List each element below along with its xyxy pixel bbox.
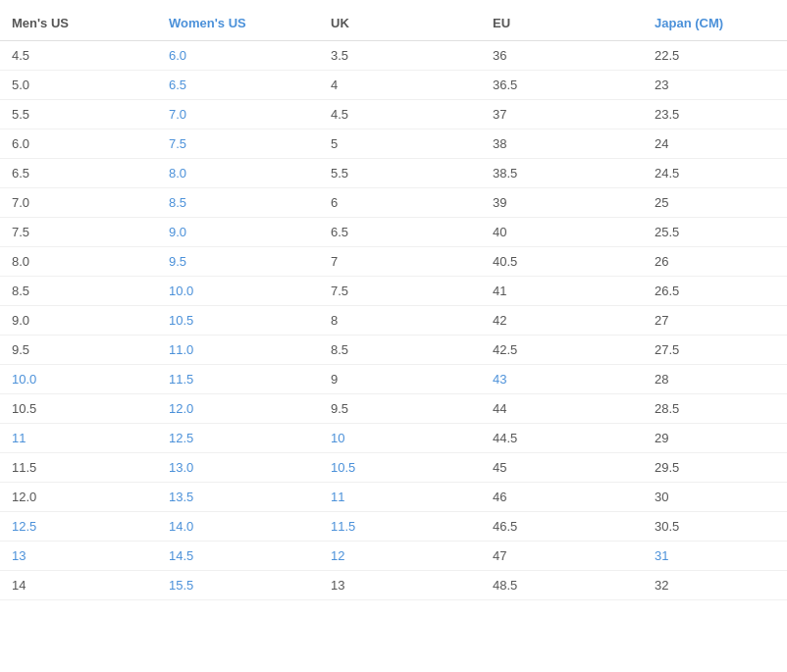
cell-row13-col0: 11 [0,424,157,453]
cell-row15-col0: 12.0 [0,483,157,512]
table-row: 11.513.010.54529.5 [0,453,787,483]
cell-row11-col1: 11.5 [157,365,319,394]
cell-row14-col2: 10.5 [319,453,481,483]
cell-row4-col4: 24.5 [643,159,787,188]
table-row: 7.08.563925 [0,188,787,218]
cell-row17-col1: 14.5 [157,542,319,571]
cell-row14-col3: 45 [481,453,643,483]
cell-row16-col0: 12.5 [0,512,157,542]
cell-row0-col2: 3.5 [319,41,481,71]
cell-row7-col3: 40.5 [481,247,643,277]
cell-row2-col4: 23.5 [643,100,787,129]
cell-row8-col4: 26.5 [643,277,787,306]
cell-row8-col1: 10.0 [157,277,319,306]
cell-row9-col2: 8 [319,306,481,336]
col-header-womens: Women's US [157,8,319,41]
cell-row1-col4: 23 [643,71,787,100]
cell-row11-col2: 9 [319,365,481,394]
cell-row9-col1: 10.5 [157,306,319,336]
cell-row0-col4: 22.5 [643,41,787,71]
cell-row11-col3: 43 [481,365,643,394]
cell-row0-col1: 6.0 [157,41,319,71]
table-row: 5.06.5436.523 [0,71,787,100]
cell-row17-col3: 47 [481,542,643,571]
col-header-uk: UK [319,8,481,41]
cell-row16-col3: 46.5 [481,512,643,542]
cell-row1-col2: 4 [319,71,481,100]
col-header-mens: Men's US [0,8,157,41]
cell-row2-col0: 5.5 [0,100,157,129]
table-row: 12.013.5114630 [0,483,787,512]
cell-row7-col2: 7 [319,247,481,277]
table-row: 9.010.584227 [0,306,787,336]
cell-row12-col2: 9.5 [319,394,481,424]
cell-row18-col0: 14 [0,571,157,600]
cell-row15-col4: 30 [643,483,787,512]
cell-row8-col2: 7.5 [319,277,481,306]
cell-row1-col3: 36.5 [481,71,643,100]
cell-row16-col1: 14.0 [157,512,319,542]
cell-row2-col2: 4.5 [319,100,481,129]
table-row: 10.512.09.54428.5 [0,394,787,424]
cell-row10-col1: 11.0 [157,336,319,365]
cell-row1-col1: 6.5 [157,71,319,100]
cell-row12-col0: 10.5 [0,394,157,424]
cell-row7-col0: 8.0 [0,247,157,277]
cell-row6-col4: 25.5 [643,218,787,247]
cell-row7-col1: 9.5 [157,247,319,277]
cell-row11-col4: 28 [643,365,787,394]
size-chart-table: Men's US Women's US UK EU Japan (CM) 4.5… [0,8,787,600]
cell-row0-col0: 4.5 [0,41,157,71]
cell-row18-col1: 15.5 [157,571,319,600]
table-row: 7.59.06.54025.5 [0,218,787,247]
cell-row5-col1: 8.5 [157,188,319,218]
cell-row4-col1: 8.0 [157,159,319,188]
cell-row1-col0: 5.0 [0,71,157,100]
cell-row4-col0: 6.5 [0,159,157,188]
cell-row4-col2: 5.5 [319,159,481,188]
cell-row5-col3: 39 [481,188,643,218]
cell-row4-col3: 38.5 [481,159,643,188]
table-row: 4.56.03.53622.5 [0,41,787,71]
cell-row10-col4: 27.5 [643,336,787,365]
cell-row15-col2: 11 [319,483,481,512]
cell-row18-col2: 13 [319,571,481,600]
cell-row8-col0: 8.5 [0,277,157,306]
table-row: 6.07.553824 [0,129,787,159]
cell-row6-col1: 9.0 [157,218,319,247]
table-row: 6.58.05.538.524.5 [0,159,787,188]
cell-row5-col2: 6 [319,188,481,218]
cell-row13-col2: 10 [319,424,481,453]
cell-row17-col2: 12 [319,542,481,571]
table-row: 8.510.07.54126.5 [0,277,787,306]
table-body: 4.56.03.53622.55.06.5436.5235.57.04.5372… [0,41,787,600]
cell-row12-col4: 28.5 [643,394,787,424]
cell-row9-col0: 9.0 [0,306,157,336]
cell-row6-col0: 7.5 [0,218,157,247]
cell-row15-col3: 46 [481,483,643,512]
cell-row13-col1: 12.5 [157,424,319,453]
cell-row2-col3: 37 [481,100,643,129]
cell-row0-col3: 36 [481,41,643,71]
cell-row10-col0: 9.5 [0,336,157,365]
table-row: 9.511.08.542.527.5 [0,336,787,365]
table-row: 12.514.011.546.530.5 [0,512,787,542]
col-header-eu: EU [481,8,643,41]
cell-row9-col3: 42 [481,306,643,336]
size-chart-container: Men's US Women's US UK EU Japan (CM) 4.5… [0,0,787,608]
cell-row16-col2: 11.5 [319,512,481,542]
table-row: 1415.51348.532 [0,571,787,600]
cell-row18-col3: 48.5 [481,571,643,600]
cell-row14-col0: 11.5 [0,453,157,483]
cell-row13-col4: 29 [643,424,787,453]
cell-row12-col3: 44 [481,394,643,424]
cell-row3-col2: 5 [319,129,481,159]
cell-row17-col0: 13 [0,542,157,571]
cell-row8-col3: 41 [481,277,643,306]
table-header: Men's US Women's US UK EU Japan (CM) [0,8,787,41]
cell-row10-col2: 8.5 [319,336,481,365]
cell-row2-col1: 7.0 [157,100,319,129]
cell-row17-col4: 31 [643,542,787,571]
col-header-japan: Japan (CM) [643,8,787,41]
cell-row3-col0: 6.0 [0,129,157,159]
